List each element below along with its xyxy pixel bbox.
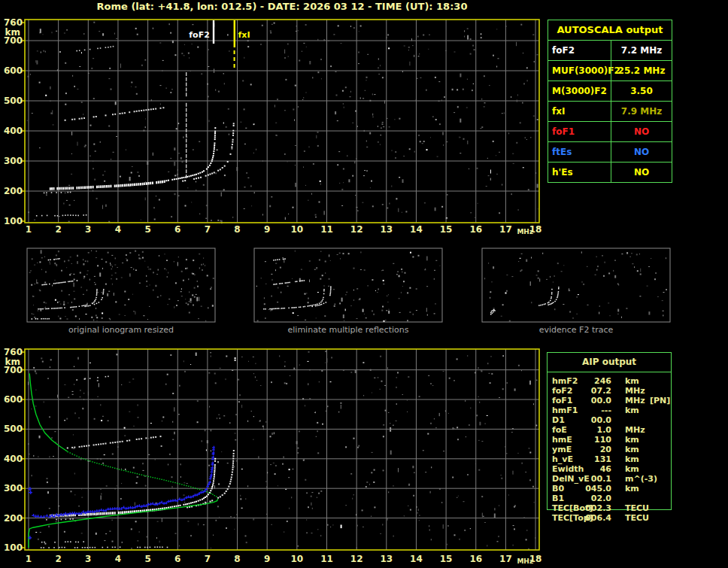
aip-param-unit: MHz xyxy=(625,386,645,396)
aip-param-unit: TECU xyxy=(625,503,649,513)
x-tick-label: 1 xyxy=(26,554,32,564)
aip-param-unit: km xyxy=(625,435,639,445)
autoscala-param-value: 25.2 MHz xyxy=(611,61,672,80)
panel-border xyxy=(482,248,670,322)
autoscala-param-value: 7.2 MHz xyxy=(611,41,672,60)
processing-panel-1 xyxy=(254,248,442,322)
x-tick-label: 8 xyxy=(234,554,240,564)
panel-caption-eliminate: eliminate multiple reflections xyxy=(254,325,442,335)
panel-caption-evidence: evidence F2 trace xyxy=(482,325,670,335)
x-tick-label: 6 xyxy=(174,554,180,564)
x-tick-label: 17 xyxy=(499,554,512,564)
y-tick-label: 500 xyxy=(4,424,23,434)
aip-param-name: hmF2 xyxy=(552,376,578,386)
y-tick-label: 200 xyxy=(4,513,23,524)
x-tick-label: 9 xyxy=(264,554,270,564)
aip-row: hmE110km xyxy=(547,435,672,445)
aip-param-value: 46 xyxy=(580,464,611,474)
aip-param-value: 00.0 xyxy=(580,396,611,405)
x-tick-label: 6 xyxy=(174,224,180,235)
x-tick-label: 16 xyxy=(469,554,482,564)
x-tick-label: 7 xyxy=(205,554,211,564)
y-tick-label: 600 xyxy=(4,394,23,405)
x-tick-label: 3 xyxy=(85,554,91,564)
x-tick-label: 15 xyxy=(440,554,453,564)
x-axis-unit: MHz xyxy=(517,228,533,235)
aip-param-unit: MHz xyxy=(625,396,645,405)
aip-row: TEC[Bot]002.3TECU xyxy=(547,503,672,513)
aip-param-value: 20 xyxy=(580,445,611,454)
aip-param-value: 1.0 xyxy=(580,425,611,435)
grid-layer xyxy=(25,349,539,550)
fxi-marker-line xyxy=(234,20,235,47)
x-axis-unit: MHz xyxy=(517,557,533,565)
y-tick-label: 300 xyxy=(4,483,23,494)
autoscala-row: foF27.2 MHz xyxy=(548,40,672,60)
bottom-ionogram-group: 760700600500400300200100km12345678910111… xyxy=(4,347,541,565)
aip-row: foE1.0MHz xyxy=(547,425,672,435)
aip-param-unit: m^(-3) xyxy=(625,474,657,484)
aip-param-name: hmF1 xyxy=(552,405,578,415)
aip-param-value: 00.1 xyxy=(580,474,611,484)
x-tick-label: 4 xyxy=(115,224,121,235)
critical-frequency-markers: foF2fxI xyxy=(189,20,250,68)
aip-param-unit: km xyxy=(625,464,639,474)
autoscala-row: ftEsNO xyxy=(548,141,672,162)
x-tick-label: 8 xyxy=(234,224,240,235)
x-tick-label: 3 xyxy=(85,224,91,235)
y-tick-label: 500 xyxy=(4,96,23,106)
aip-param-name: D1 xyxy=(552,415,565,425)
autoscala-param-label: ftEs xyxy=(548,142,611,162)
aip-header-divider xyxy=(547,372,672,372)
aip-row: B102.0 xyxy=(547,494,672,503)
aip-param-name: B0 xyxy=(552,484,564,494)
aip-param-unit: km xyxy=(625,376,639,386)
y-tick-label: 300 xyxy=(4,156,23,166)
autoscala-row: fxI7.9 MHz xyxy=(548,101,672,121)
autoscala-param-label: foF2 xyxy=(548,41,611,60)
aip-param-value: 02.0 xyxy=(580,494,611,503)
autoscala-param-value: NO xyxy=(611,163,672,182)
aip-param-name: foF2 xyxy=(552,386,573,396)
y-axis-unit: km xyxy=(5,27,20,38)
x-tick-label: 15 xyxy=(440,224,453,235)
x-tick-label: 7 xyxy=(205,224,211,235)
autoscala-row: M(3000)F23.50 xyxy=(548,80,672,101)
x-tick-label: 5 xyxy=(144,224,150,235)
x-tick-label: 10 xyxy=(290,224,303,235)
x-tick-label: 14 xyxy=(410,554,423,564)
aip-row: ymE20km xyxy=(547,445,672,454)
aip-param-unit: km xyxy=(625,484,639,494)
x-tick-label: 11 xyxy=(320,554,333,564)
aip-param-unit: TECU xyxy=(625,513,649,523)
aip-param-value: 07.2 xyxy=(580,386,611,396)
panel-caption-original: original ionogram resized xyxy=(27,325,215,335)
aip-param-name: hmE xyxy=(552,435,572,445)
aip-param-value: 131 xyxy=(580,454,611,464)
autoscala-param-value: NO xyxy=(611,122,672,141)
aip-param-value: 006.4 xyxy=(580,513,611,523)
x-tick-label: 12 xyxy=(350,554,363,564)
aip-param-unit: km xyxy=(625,454,639,464)
y-tick-label: 100 xyxy=(4,542,23,553)
y-tick-label: 760 xyxy=(4,347,23,357)
autoscala-param-value: NO xyxy=(611,142,672,162)
x-tick-label: 13 xyxy=(380,224,393,235)
aip-row: h_vE131km xyxy=(547,454,672,464)
processing-panel-0 xyxy=(27,248,215,322)
autoscala-row: foF1NO xyxy=(548,121,672,141)
autoscala-param-label: foF1 xyxy=(548,122,611,141)
x-tick-label: 1 xyxy=(26,224,32,235)
x-tick-label: 17 xyxy=(499,224,512,235)
aip-row: hmF2246km xyxy=(547,376,672,386)
aip-param-value: 00.0 xyxy=(580,415,611,425)
aip-param-unit: km xyxy=(625,405,639,415)
autoscala-row: h'EsNO xyxy=(548,162,672,182)
x-tick-label: 13 xyxy=(380,554,393,564)
grid-layer xyxy=(25,20,539,223)
aip-param-name: B1 xyxy=(552,494,564,503)
aip-row: TEC[Top]006.4TECU xyxy=(547,513,672,523)
aip-param-value: 246 xyxy=(580,376,611,386)
aip-param-unit: MHz xyxy=(625,425,645,435)
aip-row: hmF1---km xyxy=(547,405,672,415)
